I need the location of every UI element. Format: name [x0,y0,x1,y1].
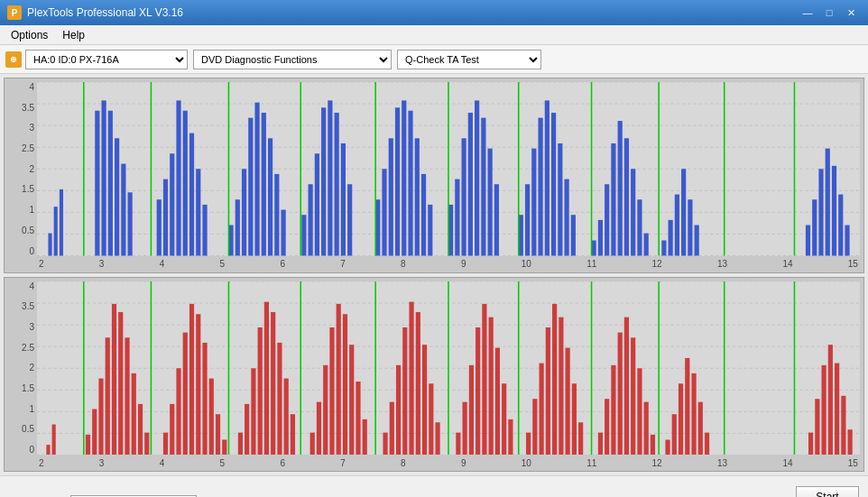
top-chart-inner [37,82,860,256]
test-dropdown[interactable]: Q-Check TA Test [397,50,541,69]
svg-rect-60 [519,215,523,255]
svg-rect-182 [624,317,629,455]
svg-rect-166 [495,347,500,455]
svg-rect-9 [48,234,51,256]
svg-rect-77 [644,234,649,256]
svg-rect-155 [409,301,413,455]
svg-rect-137 [264,301,269,455]
svg-rect-90 [845,225,849,256]
svg-rect-15 [115,138,119,255]
top-chart-svg [37,82,860,256]
svg-rect-157 [422,345,427,455]
svg-rect-49 [415,138,420,255]
svg-rect-116 [106,337,110,455]
svg-rect-200 [848,429,853,455]
toolbar: ⊕ HA:0 ID:0 PX-716A DVD Diagnostic Funct… [0,45,868,74]
svg-rect-16 [121,164,125,256]
svg-rect-179 [605,399,609,455]
svg-rect-196 [822,364,826,455]
svg-rect-113 [86,434,90,455]
menu-help[interactable]: Help [55,27,92,43]
function-dropdown[interactable]: DVD Diagnostic Functions [193,50,392,69]
svg-rect-165 [489,317,494,455]
svg-rect-72 [611,143,615,256]
svg-rect-31 [262,113,266,256]
svg-rect-62 [531,149,536,256]
svg-rect-84 [806,225,810,256]
device-dropdown[interactable]: HA:0 ID:0 PX-716A [25,50,188,69]
svg-rect-66 [558,143,562,256]
svg-rect-156 [416,311,420,455]
svg-rect-65 [551,113,556,256]
svg-rect-114 [92,409,97,455]
svg-rect-189 [679,383,683,455]
svg-rect-47 [402,100,406,255]
svg-rect-144 [323,364,328,455]
device-icon: ⊕ [5,51,22,68]
svg-rect-25 [202,205,207,256]
svg-rect-195 [815,399,819,455]
svg-rect-170 [532,399,537,455]
bottom-chart-inner [37,281,860,456]
svg-rect-131 [216,414,220,455]
svg-rect-140 [284,378,289,455]
start-button[interactable]: Start [796,486,859,498]
bottom-chart-x-axis: 2 3 4 5 6 7 8 9 10 11 12 13 14 15 [37,455,860,471]
svg-rect-188 [672,414,677,455]
svg-rect-172 [546,327,550,455]
svg-rect-171 [540,363,544,455]
svg-rect-74 [624,138,629,255]
svg-rect-68 [571,215,576,255]
svg-rect-154 [402,327,407,455]
svg-rect-128 [196,314,200,455]
svg-rect-55 [468,113,473,256]
svg-rect-57 [481,118,485,256]
svg-rect-82 [688,199,692,255]
svg-rect-168 [508,419,512,455]
svg-rect-199 [841,395,845,455]
svg-rect-34 [281,210,285,256]
svg-rect-89 [838,195,843,256]
svg-rect-135 [251,368,255,455]
svg-rect-27 [235,199,240,255]
svg-rect-35 [301,215,306,255]
bottom-panel: Jitter: 4 Peak Shift: [0,475,868,497]
svg-rect-24 [196,169,200,255]
svg-rect-12 [95,111,99,256]
svg-rect-126 [183,332,188,455]
svg-rect-10 [54,207,58,255]
svg-rect-19 [163,179,168,256]
svg-rect-21 [176,100,180,255]
svg-rect-185 [644,401,649,455]
svg-rect-58 [488,149,493,256]
maximize-button[interactable]: □ [819,5,839,21]
svg-rect-48 [408,111,412,256]
svg-rect-176 [572,383,577,455]
svg-rect-13 [102,100,106,255]
svg-rect-169 [526,432,531,455]
svg-rect-69 [592,241,596,256]
app-title: PlexTools Professional XL V3.16 [27,6,183,19]
svg-rect-159 [435,422,439,455]
start-button-section: Start i [796,486,859,498]
svg-rect-30 [254,103,259,256]
svg-rect-146 [337,303,341,455]
svg-rect-142 [310,432,315,455]
svg-rect-17 [128,192,133,255]
svg-rect-197 [828,345,833,455]
svg-rect-161 [463,401,467,455]
svg-rect-40 [335,113,339,256]
close-button[interactable]: ✕ [841,5,861,21]
svg-rect-152 [390,401,394,455]
svg-rect-194 [808,432,813,455]
svg-rect-130 [209,378,214,455]
svg-rect-177 [578,422,583,455]
svg-rect-151 [383,432,387,455]
svg-rect-120 [132,373,136,455]
window-controls: — □ ✕ [798,5,861,21]
svg-rect-164 [482,303,486,455]
menu-options[interactable]: Options [4,27,55,43]
minimize-button[interactable]: — [798,5,817,21]
svg-rect-11 [60,189,63,256]
app-icon: P [7,5,22,20]
